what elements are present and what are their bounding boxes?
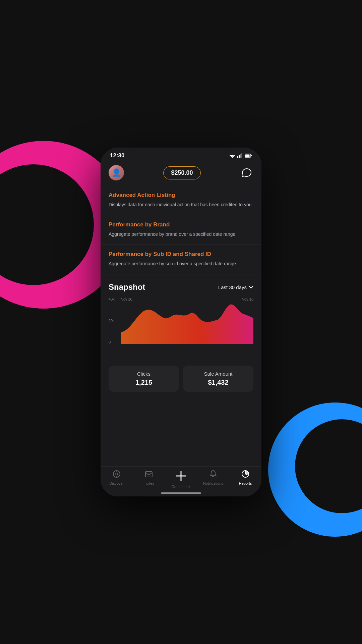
report-card-1[interactable]: Performance by Brand Aggregate performan… [101,215,261,245]
balance-amount: $250.00 [171,169,193,176]
balance-badge[interactable]: $250.00 [163,166,200,179]
nav-item-invites[interactable]: Invites [139,470,159,485]
nav-item-discover[interactable]: Discover [107,470,127,485]
stat-value-clicks: 1,215 [114,379,174,386]
avatar-image: 👤 [109,165,124,180]
app-header: 👤 $250.00 [101,162,261,186]
battery-icon [245,153,252,158]
report-card-2[interactable]: Performance by Sub ID and Shared ID Aggr… [101,245,261,274]
report-title-0: Advanced Action Listing [109,192,253,199]
nav-item-create-link[interactable]: Create Link [171,470,191,489]
avatar[interactable]: 👤 [109,165,124,180]
chart-y-label-0: 0 [109,340,115,344]
chat-icon [242,168,252,177]
discover-icon [113,470,121,480]
wifi-icon [229,153,235,158]
invites-icon [145,470,153,480]
home-indicator [161,492,201,494]
scroll-content[interactable]: Advanced Action Listing Displays data fo… [101,186,261,468]
chart-y-label-20k: 20k [109,319,115,323]
stats-row: Clicks 1,215 Sale Amount $1,432 [101,360,261,398]
chart-y-labels: 40k 20k 0 [109,297,115,344]
status-time: 12:30 [110,152,124,159]
status-icons [229,153,252,158]
area-chart [121,297,253,344]
svg-rect-8 [245,155,250,157]
chat-button[interactable] [240,166,253,179]
date-picker[interactable]: Last 30 days [218,284,253,290]
report-desc-2: Aggregate performance by sub id over a s… [109,260,253,267]
reports-icon [241,470,249,480]
svg-point-11 [116,473,118,475]
report-title-2: Performance by Sub ID and Shared ID [109,251,253,258]
nav-label-notifications: Notifications [203,481,223,485]
nav-label-discover: Discover [110,481,124,485]
stat-label-sale: Sale Amount [188,371,248,377]
snapshot-header: Snapshot Last 30 days [109,282,253,292]
report-card-0[interactable]: Advanced Action Listing Displays data fo… [101,186,261,215]
phone-frame: 12:30 👤 [101,148,261,496]
svg-rect-16 [145,472,152,477]
svg-rect-4 [239,155,240,158]
status-bar: 12:30 [101,148,261,162]
stat-card-sale[interactable]: Sale Amount $1,432 [183,366,253,392]
stat-card-clicks[interactable]: Clicks 1,215 [109,366,179,392]
report-desc-0: Displays data for each individual action… [109,201,253,208]
chart-y-label-40k: 40k [109,297,115,301]
bottom-nav: Discover Invites Create Link [101,466,261,496]
report-title-1: Performance by Brand [109,221,253,228]
svg-rect-3 [237,156,238,158]
stat-label-clicks: Clicks [114,371,174,377]
snapshot-section: Snapshot Last 30 days 40k 20k 0 [101,274,261,358]
create-link-plus-icon [174,469,188,483]
stat-value-sale: $1,432 [188,379,248,386]
nav-item-notifications[interactable]: Notifications [203,470,223,485]
nav-label-reports: Reports [239,481,252,485]
report-desc-1: Aggregate performance by brand over a sp… [109,231,253,238]
svg-rect-9 [251,155,252,156]
nav-item-reports[interactable]: Reports [235,470,255,485]
nav-label-invites: Invites [143,481,154,485]
chart-container: 40k 20k 0 [109,297,253,358]
snapshot-title: Snapshot [109,282,145,292]
chart-svg-wrapper [121,297,253,344]
signal-icon [237,153,243,158]
svg-rect-6 [241,153,242,158]
bell-icon [209,470,217,480]
svg-rect-5 [240,154,241,158]
chevron-down-icon [249,286,253,288]
nav-label-create-link: Create Link [172,485,190,489]
date-picker-label: Last 30 days [218,284,247,290]
